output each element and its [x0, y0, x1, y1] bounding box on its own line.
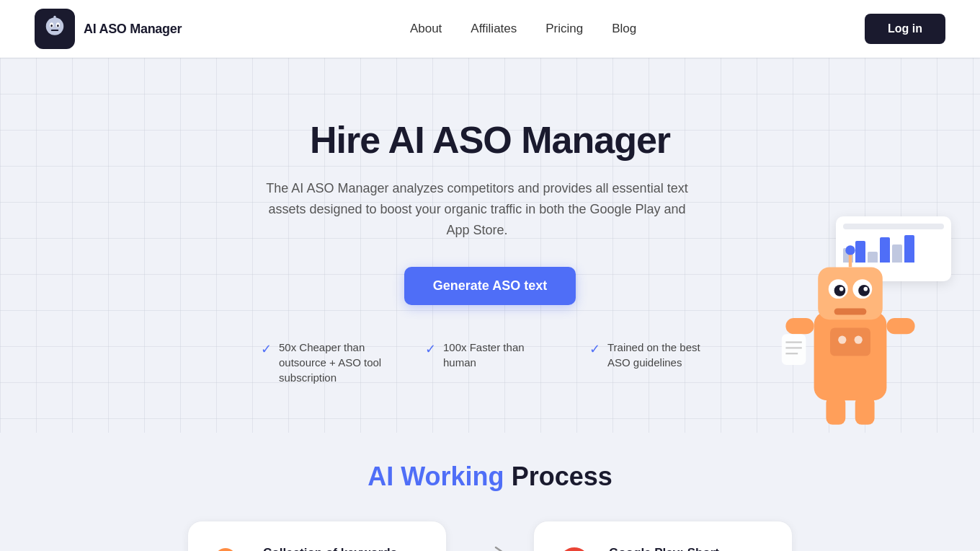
nav-link-pricing[interactable]: Pricing: [545, 22, 583, 36]
working-process-title: AI Working Process: [35, 462, 945, 492]
logo-icon: [35, 9, 75, 49]
check-icon-1: ✓: [261, 341, 272, 357]
search-icon-wrap: [208, 545, 249, 551]
svg-point-14: [839, 287, 844, 291]
svg-rect-18: [834, 309, 867, 315]
feature-cheaper: ✓ 50x Cheaper than outsource + ASO tool …: [261, 340, 391, 385]
card-google-text: Google Play: Short description, Full des…: [609, 545, 772, 551]
nav-link-about[interactable]: About: [410, 22, 442, 36]
process-cards-row: Collection of keywords from competitors: [35, 521, 945, 551]
card-keywords-title: Collection of keywords from competitors: [263, 545, 426, 551]
svg-rect-20: [886, 318, 914, 334]
card-google-title: Google Play: Short description, Full des…: [609, 545, 772, 551]
logo-text: AI ASO Manager: [84, 22, 182, 37]
feature-trained-text: Trained on the best ASO guidelines: [607, 340, 719, 370]
hero-content: Hire AI ASO Manager The AI ASO Manager a…: [261, 120, 719, 385]
feature-faster-text: 100x Faster than human: [443, 340, 555, 370]
navigation: AI ASO Manager About Affiliates Pricing …: [0, 0, 980, 58]
svg-rect-5: [51, 30, 59, 31]
svg-point-13: [858, 285, 870, 296]
svg-point-24: [838, 336, 846, 344]
svg-point-25: [855, 336, 863, 344]
process-card-keywords: Collection of keywords from competitors: [187, 521, 447, 551]
svg-rect-19: [785, 318, 814, 334]
google-icon-wrap: [554, 545, 594, 551]
nav-links: About Affiliates Pricing Blog: [410, 22, 636, 36]
feature-cheaper-text: 50x Cheaper than outsource + ASO tool su…: [279, 340, 391, 385]
google-icon: [557, 545, 592, 552]
generate-aso-button[interactable]: Generate ASO text: [404, 267, 576, 305]
working-title-prefix: AI Working: [368, 462, 504, 491]
stats-bar-1: [843, 224, 944, 229]
hero-title: Hire AI ASO Manager: [261, 120, 719, 161]
feature-faster: ✓ 100x Faster than human: [425, 340, 555, 370]
working-title-suffix: Process: [512, 462, 612, 491]
login-button[interactable]: Log in: [865, 14, 945, 44]
svg-point-3: [50, 25, 53, 27]
svg-rect-21: [826, 397, 845, 425]
svg-rect-23: [830, 327, 870, 356]
process-card-google: Google Play: Short description, Full des…: [533, 521, 793, 551]
svg-point-15: [863, 287, 868, 291]
svg-rect-26: [782, 334, 806, 365]
svg-point-17: [845, 245, 855, 255]
logo[interactable]: AI ASO Manager: [35, 9, 182, 49]
robot-svg: [771, 231, 930, 433]
search-icon: [211, 545, 246, 552]
arrow-between-cards: [476, 521, 504, 551]
working-process-section: AI Working Process Collection of keyword…: [0, 433, 980, 551]
hero-features: ✓ 50x Cheaper than outsource + ASO tool …: [261, 340, 719, 385]
check-icon-3: ✓: [589, 341, 600, 357]
hero-section: Hire AI ASO Manager The AI ASO Manager a…: [0, 58, 980, 433]
svg-point-7: [53, 16, 56, 19]
svg-rect-22: [855, 397, 875, 425]
robot-illustration: [764, 202, 951, 433]
hero-subtitle: The AI ASO Manager analyzes competitors …: [261, 178, 693, 240]
check-icon-2: ✓: [425, 341, 436, 357]
feature-trained: ✓ Trained on the best ASO guidelines: [589, 340, 719, 370]
nav-link-blog[interactable]: Blog: [612, 22, 636, 36]
svg-point-12: [834, 285, 846, 296]
card-keywords-text: Collection of keywords from competitors: [263, 545, 426, 551]
nav-link-affiliates[interactable]: Affiliates: [471, 22, 517, 36]
svg-point-4: [57, 25, 59, 27]
